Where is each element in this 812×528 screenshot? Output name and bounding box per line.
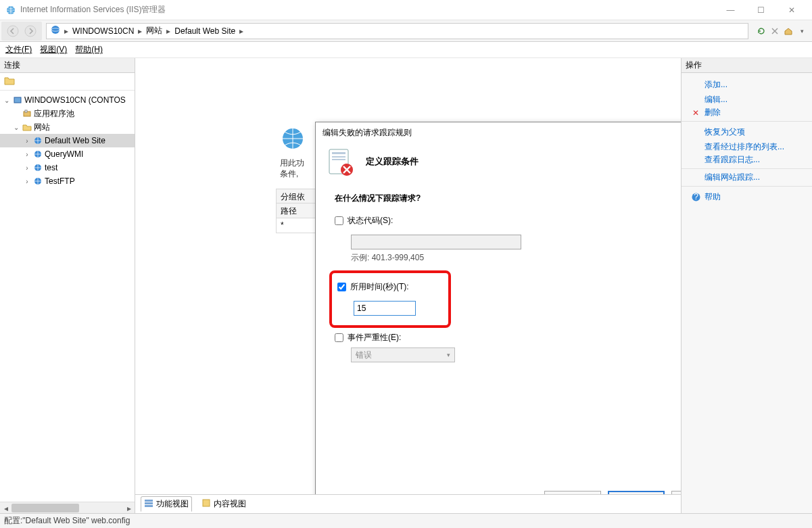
app-pool-icon [22, 108, 32, 119]
feature-pane: 用此功条件, 分组依 路径 * 满足两 编辑失败的请求跟踪规则 ? ✕ [135, 58, 681, 513]
connections-header: 连接 [0, 58, 135, 73]
menu-view[interactable]: 视图(V) [40, 44, 67, 55]
svg-point-1 [7, 26, 18, 37]
tree-site-querywmi[interactable]: › QueryWMI [0, 147, 135, 161]
severity-value: 错误 [356, 350, 372, 361]
breadcrumb[interactable]: ▸ WINDOWS10CN ▸ 网站 ▸ Default Web Site ▸ [46, 23, 748, 39]
folder-icon [22, 122, 32, 133]
tree-scrollbar[interactable]: ◂ ▸ [0, 502, 135, 513]
expand-icon[interactable]: › [23, 178, 31, 185]
expand-icon[interactable]: › [23, 164, 31, 172]
status-code-checkbox[interactable] [335, 216, 343, 225]
action-add[interactable]: 添加... [682, 77, 812, 92]
close-button[interactable]: ✕ [776, 1, 807, 20]
partial-text: 条件, [280, 169, 298, 178]
svg-point-3 [51, 26, 59, 34]
collapse-icon[interactable]: ⌄ [12, 124, 20, 131]
tree-server-node[interactable]: ⌄ WINDOWS10CN (CONTOS [0, 93, 135, 107]
status-code-row: 状态代码(S): [335, 215, 681, 226]
svg-rect-21 [203, 500, 210, 506]
action-edit[interactable]: 编辑... [682, 92, 812, 107]
next-button[interactable]: 下一步(N) [608, 491, 665, 494]
globe-icon [32, 162, 43, 173]
collapse-icon[interactable]: ⌄ [3, 97, 11, 104]
connections-tree[interactable]: ⌄ WINDOWS10CN (CONTOS 应用程序池 ⌄ 网站 › Defau… [0, 91, 135, 502]
connections-pane: 连接 ⌄ WINDOWS10CN (CONTOS 应用程序池 ⌄ 网站 › [0, 58, 135, 513]
severity-checkbox[interactable] [335, 333, 343, 342]
globe-large-icon [281, 127, 315, 152]
severity-combo: 错误 ▾ [351, 347, 455, 362]
scroll-right-icon[interactable]: ▸ [123, 502, 135, 514]
tree-site-default[interactable]: › Default Web Site [0, 134, 135, 147]
action-revert[interactable]: 恢复为父项 [682, 124, 812, 139]
content-view-tab[interactable]: 内容视图 [199, 497, 249, 511]
chevron-down-icon: ▾ [447, 352, 450, 358]
time-taken-highlight: 所用时间(秒)(T): [329, 270, 451, 328]
maximize-button[interactable]: ☐ [746, 1, 776, 20]
actions-pane: 操作 添加... 编辑... ✕删除 恢复为父项 查看经过排序的列表... 查看… [681, 58, 812, 513]
content-icon [201, 498, 211, 510]
dialog-button-row: 上一页(P) 下一步(N) 完成(F) 取消 [316, 483, 681, 494]
view-tab-bar: 功能视图 内容视图 [135, 494, 681, 513]
expand-icon[interactable]: › [23, 151, 31, 158]
breadcrumb-item[interactable]: 网站 [146, 25, 162, 37]
folder-icon[interactable] [4, 76, 15, 87]
scroll-left-icon[interactable]: ◂ [0, 502, 11, 514]
svg-point-2 [25, 26, 36, 37]
dialog-question: 在什么情况下跟踪请求? [335, 193, 681, 204]
finish-button: 完成(F) [671, 491, 681, 494]
tree-label: WINDOWS10CN (CONTOS [24, 95, 126, 105]
dropdown-icon[interactable]: ▾ [796, 25, 808, 37]
expand-icon[interactable]: › [23, 137, 31, 145]
action-edit-trace[interactable]: 编辑网站跟踪... [682, 172, 812, 187]
menu-file[interactable]: 文件(F) [5, 44, 32, 55]
action-help[interactable]: ?帮助 [682, 189, 812, 204]
tree-app-pools[interactable]: 应用程序池 [0, 107, 135, 120]
svg-rect-19 [145, 502, 153, 504]
status-bar: 配置:"Default Web Site" web.config [0, 513, 812, 528]
window-titlebar: Internet Information Services (IIS)管理器 —… [0, 0, 812, 20]
tree-label: Default Web Site [45, 136, 105, 145]
actions-header: 操作 [682, 58, 812, 73]
svg-rect-7 [25, 110, 27, 112]
stop-icon[interactable] [769, 25, 781, 37]
svg-rect-5 [14, 97, 21, 103]
breadcrumb-item[interactable]: WINDOWS10CN [72, 26, 134, 36]
tree-sites[interactable]: ⌄ 网站 [0, 120, 135, 134]
globe-icon [32, 176, 43, 187]
grid-row-partial[interactable]: * [276, 218, 315, 233]
dialog-body: 在什么情况下跟踪请求? 状态代码(S): 示例: 401.3-999,405 所… [316, 186, 681, 483]
help-icon: ? [691, 193, 700, 201]
svg-rect-18 [145, 500, 153, 502]
svg-rect-16 [332, 159, 345, 160]
chevron-right-icon: ▸ [64, 26, 68, 36]
refresh-icon[interactable] [755, 25, 767, 37]
window-title: Internet Information Services (IIS)管理器 [20, 4, 715, 16]
tracing-rule-dialog: 编辑失败的请求跟踪规则 ? ✕ 定义跟踪条件 在什么情况下跟踪请求? [315, 122, 681, 494]
scroll-thumb[interactable] [11, 504, 79, 512]
action-view-log[interactable]: 查看跟踪日志... [682, 154, 812, 169]
tree-site-testftp[interactable]: › TestFTP [0, 174, 135, 188]
tab-label: 功能视图 [156, 498, 189, 510]
tree-site-test[interactable]: › test [0, 161, 135, 174]
action-view-sorted[interactable]: 查看经过排序的列表... [682, 139, 812, 154]
page-header-partial: 用此功条件, 分组依 路径 * [276, 122, 315, 494]
severity-row: 事件严重性(E): [335, 332, 681, 343]
nav-forward-button[interactable] [22, 22, 39, 40]
nav-back-button[interactable] [4, 22, 22, 40]
server-icon [12, 95, 23, 105]
features-view-tab[interactable]: 功能视图 [141, 496, 192, 512]
globe-icon [32, 149, 43, 160]
col-header-partial: 路径 [276, 203, 315, 218]
breadcrumb-item[interactable]: Default Web Site [174, 26, 235, 36]
prev-button[interactable]: 上一页(P) [544, 491, 601, 494]
chevron-right-icon: ▸ [239, 26, 243, 36]
action-delete[interactable]: ✕删除 [682, 107, 812, 122]
time-taken-checkbox[interactable] [337, 283, 346, 291]
svg-rect-20 [145, 505, 153, 507]
time-taken-input[interactable] [354, 301, 416, 316]
home-icon[interactable] [782, 25, 794, 37]
server-icon [51, 25, 60, 37]
menu-help[interactable]: 帮助(H) [75, 44, 103, 55]
minimize-button[interactable]: — [715, 1, 746, 20]
